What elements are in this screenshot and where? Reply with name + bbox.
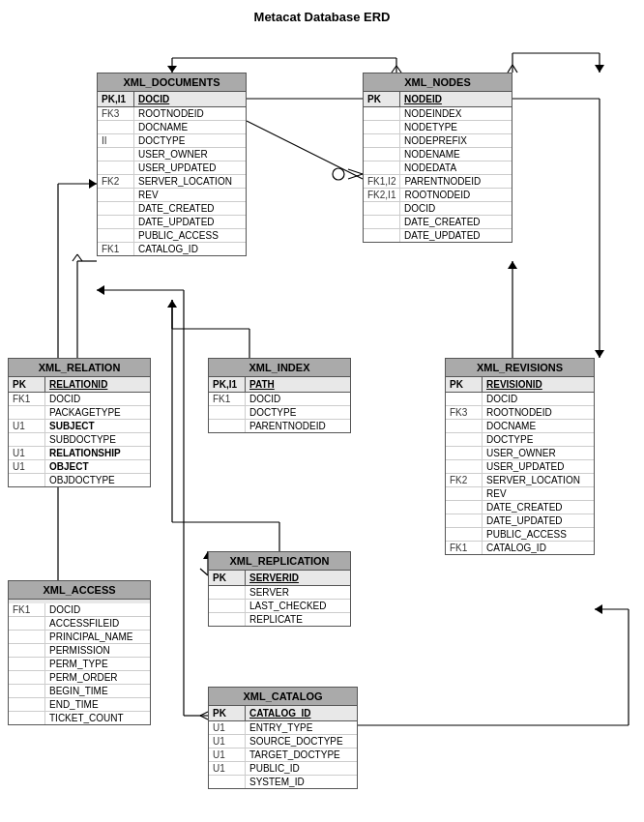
field-key: U1 xyxy=(9,447,45,459)
field-key xyxy=(446,501,483,514)
table-row: DATE_CREATED xyxy=(446,501,594,514)
field-name: DOCTYPE xyxy=(134,134,246,147)
table-row: SYSTEM_ID xyxy=(209,776,357,788)
field-name: USER_OWNER xyxy=(134,148,246,161)
table-header-xml_index: XML_INDEX xyxy=(209,359,350,377)
table-row: DOCNAME xyxy=(98,121,246,134)
column-field-label: DOCID xyxy=(134,92,246,106)
field-name: PARENTNODEID xyxy=(400,175,512,188)
table-xml_catalog: XML_CATALOGPKCATALOG_IDU1ENTRY_TYPEU1SOU… xyxy=(208,687,358,789)
table-row: LAST_CHECKED xyxy=(209,600,350,613)
field-name: TARGET_DOCTYPE xyxy=(246,749,357,761)
field-key xyxy=(98,161,134,174)
svg-line-35 xyxy=(200,716,208,719)
table-header-xml_replication: XML_REPLICATION xyxy=(209,552,350,571)
table-row: FK1CATALOG_ID xyxy=(98,243,246,255)
field-name: USER_OWNER xyxy=(483,447,594,459)
table-row: IIDOCTYPE xyxy=(98,134,246,148)
field-name: NODEPREFIX xyxy=(400,134,512,147)
field-key xyxy=(364,148,400,161)
table-body-xml_revisions: DOCIDFK3ROOTNODEIDDOCNAMEDOCTYPEUSER_OWN… xyxy=(446,393,594,554)
table-row: PARENTNODEID xyxy=(209,420,350,432)
field-key: U1 xyxy=(9,420,45,432)
table-row: DATE_CREATED xyxy=(364,216,512,229)
table-xml_nodes: XML_NODESPKNODEIDNODEINDEXNODETYPENODEPR… xyxy=(363,73,512,243)
svg-marker-22 xyxy=(595,350,604,358)
field-key xyxy=(364,107,400,120)
table-header-xml_access: XML_ACCESS xyxy=(9,581,150,600)
column-key-label: PK,I1 xyxy=(98,92,134,106)
field-key: FK2 xyxy=(446,474,483,486)
table-row: FK1DOCID xyxy=(209,393,350,406)
field-key xyxy=(98,189,134,201)
table-row: DOCTYPE xyxy=(446,433,594,447)
field-key xyxy=(98,229,134,242)
table-row: USER_UPDATED xyxy=(98,161,246,175)
page-title: Metacat Database ERD xyxy=(0,10,644,24)
table-row: U1PUBLIC_ID xyxy=(209,762,357,776)
field-key xyxy=(446,420,483,432)
field-name: DATE_UPDATED xyxy=(400,229,512,242)
field-key xyxy=(209,776,246,788)
table-row: U1OBJECT xyxy=(9,460,150,474)
field-name: DOCNAME xyxy=(134,121,246,133)
field-name: DATE_CREATED xyxy=(400,216,512,228)
field-name: PERM_TYPE xyxy=(45,658,150,670)
field-key xyxy=(9,433,45,446)
svg-marker-49 xyxy=(89,179,97,189)
table-row: DOCNAME xyxy=(446,420,594,433)
column-key-label: PK,I1 xyxy=(209,377,246,392)
table-body-xml_nodes: NODEINDEXNODETYPENODEPREFIXNODENAMENODED… xyxy=(364,107,512,242)
field-key: U1 xyxy=(209,735,246,748)
table-row: PERM_TYPE xyxy=(9,658,150,671)
table-row: DATE_UPDATED xyxy=(446,514,594,528)
svg-line-45 xyxy=(512,65,517,73)
field-name: NODEINDEX xyxy=(400,107,512,120)
field-key xyxy=(364,134,400,147)
column-key-label: PK xyxy=(209,706,246,720)
table-row: FK3ROOTNODEID xyxy=(98,107,246,121)
field-key: FK1,I2 xyxy=(364,175,400,188)
field-name: DATE_CREATED xyxy=(134,202,246,215)
field-name: DATE_UPDATED xyxy=(483,514,594,527)
field-key xyxy=(446,433,483,446)
column-header-row: PKREVISIONID xyxy=(446,377,594,393)
svg-marker-39 xyxy=(595,604,602,614)
table-row: U1SOURCE_DOCTYPE xyxy=(209,735,357,749)
table-row: DOCID xyxy=(446,393,594,406)
field-name: LAST_CHECKED xyxy=(246,600,350,612)
table-row: USER_OWNER xyxy=(446,447,594,460)
column-header-row: PK,I1DOCID xyxy=(98,92,246,107)
field-key xyxy=(9,658,45,670)
field-name: ACCESSFILEID xyxy=(45,617,150,630)
field-key xyxy=(9,698,45,711)
field-name: PUBLIC_ACCESS xyxy=(483,528,594,541)
svg-line-14 xyxy=(73,254,77,261)
field-name: DATE_CREATED xyxy=(483,501,594,514)
field-name: SUBJECT xyxy=(45,420,150,432)
field-key xyxy=(364,121,400,133)
table-row: FK3ROOTNODEID xyxy=(446,406,594,420)
column-header-row: PKSERVERID xyxy=(209,571,350,586)
field-key xyxy=(446,393,483,405)
field-name: DOCID xyxy=(45,393,150,405)
column-header-row: PKRELATIONID xyxy=(9,377,150,393)
table-row: NODETYPE xyxy=(364,121,512,134)
svg-marker-33 xyxy=(97,285,104,295)
table-row: SERVER xyxy=(209,586,350,600)
field-key xyxy=(446,460,483,473)
field-name: REPLICATE xyxy=(246,613,350,626)
field-key: FK1 xyxy=(209,393,246,405)
field-name: SERVER_LOCATION xyxy=(134,175,246,188)
table-row: FK2SERVER_LOCATION xyxy=(446,474,594,487)
field-key xyxy=(9,712,45,724)
table-row: FK1DOCID xyxy=(9,393,150,406)
field-key xyxy=(9,685,45,697)
table-row: FK1,I2PARENTNODEID xyxy=(364,175,512,189)
field-key xyxy=(446,487,483,500)
field-name: DOCID xyxy=(45,603,150,616)
field-name: PRINCIPAL_NAME xyxy=(45,631,150,643)
field-name: PERM_ORDER xyxy=(45,671,150,684)
field-key: FK1 xyxy=(98,243,134,255)
field-name: REV xyxy=(134,189,246,201)
